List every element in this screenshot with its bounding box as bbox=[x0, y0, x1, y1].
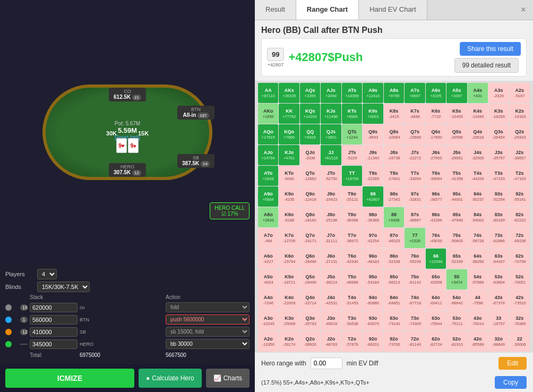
charts-button[interactable]: 📈 Charts bbox=[206, 369, 250, 388]
range-cell-qto[interactable]: QTo-12882 bbox=[300, 166, 320, 186]
range-cell-kto[interactable]: KTo-6062 bbox=[279, 166, 299, 186]
range-cell-j2o[interactable]: J2o-48763 bbox=[321, 331, 341, 352]
range-cell-aqs[interactable]: AQs+2359 bbox=[300, 83, 320, 103]
range-cell-82o[interactable]: 82o-73700 bbox=[384, 331, 404, 352]
range-cell-76o[interactable]: 76o-55206 bbox=[405, 249, 425, 269]
range-cell-a7s[interactable]: A7s+6697 bbox=[405, 83, 425, 103]
calculate-hero-button[interactable]: ● Calculate Hero bbox=[139, 369, 202, 388]
range-cell-j5s[interactable]: J5s-29851 bbox=[446, 145, 467, 165]
range-cell-t3s[interactable]: T3s-47103 bbox=[488, 166, 509, 186]
range-cell-q9s[interactable]: Q9s-4693 bbox=[363, 124, 383, 144]
range-cell-q7o[interactable]: Q7o-24171 bbox=[300, 228, 320, 248]
range-cell-j6s[interactable]: J6s-27905 bbox=[426, 145, 446, 165]
copy-button[interactable]: Copy bbox=[495, 376, 527, 389]
range-cell-q5o[interactable]: Q5o-29406 bbox=[300, 269, 320, 289]
range-cell-94s[interactable]: 94s-50237 bbox=[468, 186, 488, 207]
range-cell-64s[interactable]: 64s-58350 bbox=[468, 249, 488, 269]
range-cell-93s[interactable]: 93s-52254 bbox=[488, 186, 509, 207]
range-cell-53o[interactable]: 53o-75211 bbox=[446, 311, 467, 331]
range-cell-q2o[interactable]: Q2o-38926 bbox=[300, 331, 320, 352]
range-cell-q3o[interactable]: Q3o-35793 bbox=[300, 311, 320, 331]
range-cell-j6o[interactable]: J6o-37131 bbox=[321, 249, 341, 269]
range-cell-77[interactable]: 77+2326 bbox=[405, 228, 425, 248]
range-cell-kts[interactable]: KTs+8985 bbox=[342, 104, 362, 124]
range-cell-t6o[interactable]: T6o-42930 bbox=[342, 249, 362, 269]
range-cell-75s[interactable]: 75s-50603 bbox=[446, 228, 467, 248]
range-cell-74s[interactable]: 74s-56728 bbox=[468, 228, 488, 248]
range-cell-kk[interactable]: KK+77762 bbox=[279, 104, 299, 124]
tab-range-chart[interactable]: Range Chart bbox=[296, 0, 359, 20]
range-cell-k3s[interactable]: K3s-16299 bbox=[488, 104, 509, 124]
range-cell-k5s[interactable]: K5s-10453 bbox=[446, 104, 467, 124]
range-cell-k6o[interactable]: K6o-15794 bbox=[279, 249, 299, 269]
range-cell-54o[interactable]: 54o-68842 bbox=[446, 290, 467, 310]
icmize-button[interactable]: ICMIZE bbox=[5, 369, 134, 388]
range-cell-72s[interactable]: 72s-69238 bbox=[510, 228, 530, 248]
tab-hand-ev-chart[interactable]: Hand EV Chart bbox=[359, 0, 427, 20]
range-cell-t4o[interactable]: T4o-51453 bbox=[342, 290, 362, 310]
range-cell-86s[interactable]: 86s-42286 bbox=[426, 207, 446, 227]
range-cell-q4o[interactable]: Q4o-32714 bbox=[300, 290, 320, 310]
range-cell-jto[interactable]: JTo-52750 bbox=[321, 166, 341, 186]
range-cell-73s[interactable]: 73s-62866 bbox=[488, 228, 509, 248]
range-cell-j8s[interactable]: J8s-16738 bbox=[384, 145, 404, 165]
range-cell-ako[interactable]: AKo+1650 bbox=[258, 104, 278, 124]
range-cell-85o[interactable]: 85o-58213 bbox=[384, 269, 404, 289]
player-stack-hero[interactable] bbox=[30, 339, 78, 349]
range-cell-a6o[interactable]: A6o-4227 bbox=[258, 249, 278, 269]
range-cell-k8s[interactable]: K8s-2415 bbox=[384, 104, 404, 124]
range-cell-k4o[interactable]: K4o-22009 bbox=[279, 290, 299, 310]
range-cell-54s[interactable]: 54s-57869 bbox=[468, 269, 488, 289]
range-cell-63s[interactable]: 63s-64437 bbox=[488, 249, 509, 269]
range-cell-kjs[interactable]: KJs+11496 bbox=[321, 104, 341, 124]
range-cell-k2s[interactable]: K2s-19163 bbox=[510, 104, 530, 124]
range-cell-55[interactable]: 55+3474 bbox=[446, 269, 467, 289]
range-cell-93o[interactable]: 93o-63075 bbox=[363, 311, 383, 331]
range-cell-99[interactable]: 99+42807 bbox=[363, 186, 383, 207]
range-cell-j9o[interactable]: J9o-19423 bbox=[321, 186, 341, 207]
range-cell-95s[interactable]: 95s-44001 bbox=[446, 186, 467, 207]
range-cell-t9s[interactable]: T9s-22289 bbox=[363, 166, 383, 186]
range-cell-qjo[interactable]: QJo-3336 bbox=[300, 145, 320, 165]
range-cell-a4o[interactable]: A4o-7246 bbox=[258, 290, 278, 310]
range-cell-k7o[interactable]: K7o-12706 bbox=[279, 228, 299, 248]
range-cell-t8o[interactable]: T8o-36388 bbox=[342, 207, 362, 227]
range-cell-98o[interactable]: 98o-36388 bbox=[363, 207, 383, 227]
player-stack-sb[interactable] bbox=[30, 327, 78, 337]
range-cell-k2o[interactable]: K2o-28174 bbox=[279, 331, 299, 352]
player-action-sb[interactable]: sb 15000, fold bbox=[166, 327, 250, 337]
range-cell-j4s[interactable]: J4s-32909 bbox=[468, 145, 488, 165]
range-cell-t7o[interactable]: T7o-36972 bbox=[342, 228, 362, 248]
range-cell-a2s[interactable]: A2s-5187 bbox=[510, 83, 530, 103]
range-cell-j4o[interactable]: J4o-42531 bbox=[321, 290, 341, 310]
range-cell-ato[interactable]: ATo+2833 bbox=[258, 166, 278, 186]
range-cell-q8o[interactable]: Q8o-18182 bbox=[300, 207, 320, 227]
range-cell-kqs[interactable]: KQs+14204 bbox=[300, 104, 320, 124]
range-cell-42o[interactable]: 42o-85589 bbox=[468, 331, 488, 352]
range-cell-65o[interactable]: 65o-62958 bbox=[426, 269, 446, 289]
range-cell-k9s[interactable]: K9s+3063 bbox=[363, 104, 383, 124]
range-cell-a3o[interactable]: A3o-10245 bbox=[258, 311, 278, 331]
ev-diff-input[interactable] bbox=[311, 357, 342, 369]
range-cell-98s[interactable]: 98s-27342 bbox=[384, 186, 404, 207]
player-stack-btn[interactable] bbox=[30, 315, 78, 325]
range-cell-ats[interactable]: ATs+18399 bbox=[342, 83, 362, 103]
range-cell-73o[interactable]: 73o-74305 bbox=[405, 311, 425, 331]
range-cell-t2s[interactable]: T2s-47103 bbox=[510, 166, 530, 186]
range-cell-43o[interactable]: 43o-79014 bbox=[468, 311, 488, 331]
range-cell-84o[interactable]: 84o-64851 bbox=[384, 290, 404, 310]
range-cell-72o[interactable]: 72o-81140 bbox=[405, 331, 425, 352]
range-cell-97o[interactable]: 97o-42254 bbox=[363, 228, 383, 248]
range-cell-ajs[interactable]: AJs+2094 bbox=[321, 83, 341, 103]
range-cell-88[interactable]: 88+3308 bbox=[384, 207, 404, 227]
player-action-co[interactable]: fold bbox=[166, 302, 250, 312]
range-cell-a5s[interactable]: A5s+3397 bbox=[446, 83, 467, 103]
tab-result[interactable]: Result bbox=[255, 0, 296, 20]
range-cell-kqo[interactable]: KQo+7666 bbox=[279, 124, 299, 144]
close-icon[interactable]: ✕ bbox=[514, 0, 533, 20]
range-cell-96s[interactable]: 96s-38377 bbox=[426, 186, 446, 207]
range-cell-qq[interactable]: QQ+6929 bbox=[300, 124, 320, 144]
range-cell-t5s[interactable]: T5s-41358 bbox=[446, 166, 467, 186]
player-stack-co[interactable] bbox=[30, 303, 78, 312]
range-cell-a2o[interactable]: A2o-13350 bbox=[258, 331, 278, 352]
